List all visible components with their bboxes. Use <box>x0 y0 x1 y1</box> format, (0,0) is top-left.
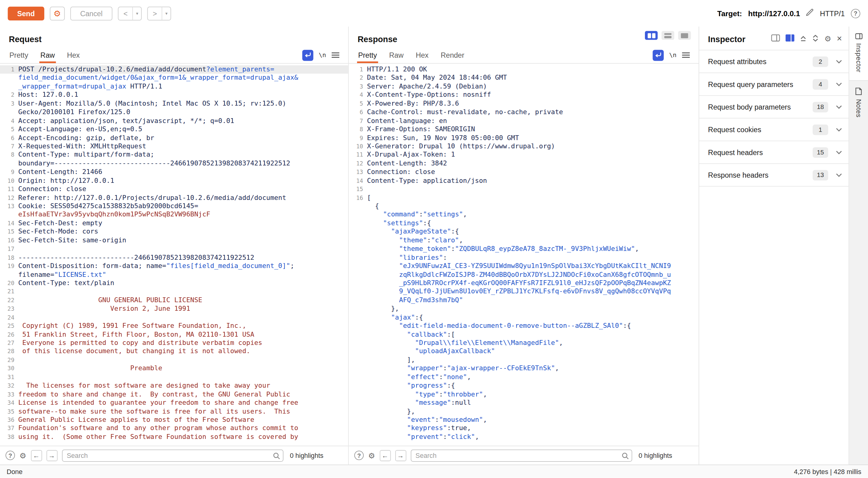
line-number <box>0 211 14 219</box>
line-number <box>349 305 363 313</box>
line-number: 29 <box>0 356 14 364</box>
editor-menu-button[interactable] <box>332 50 339 60</box>
code-line: { <box>349 202 699 211</box>
inspector-close-button[interactable]: × <box>837 34 842 43</box>
line-number: 22 <box>0 296 14 305</box>
inspector-section-request-attributes[interactable]: Request attributes2 <box>699 50 849 73</box>
wrap-icon <box>304 52 311 58</box>
tab-hex[interactable]: Hex <box>410 48 435 63</box>
code-line: 22 GNU GENERAL PUBLIC LICENSE <box>0 296 348 305</box>
search-help-icon[interactable]: ? <box>5 451 15 460</box>
line-number <box>349 228 363 236</box>
line-number <box>349 245 363 253</box>
section-label: Request query parameters <box>708 80 793 88</box>
layout-columns-button[interactable] <box>645 31 658 40</box>
history-forward-dropdown[interactable]: ▾ <box>162 7 170 20</box>
section-label: Request attributes <box>708 57 766 66</box>
response-search <box>410 449 632 461</box>
pencil-icon <box>806 8 814 16</box>
history-back-dropdown[interactable]: ▾ <box>132 7 141 20</box>
search-settings-icon[interactable]: ⚙ <box>368 451 375 459</box>
edit-target-button[interactable] <box>806 8 814 18</box>
word-wrap-toggle[interactable] <box>653 50 663 60</box>
next-match-button[interactable]: → <box>395 450 406 461</box>
send-button[interactable]: Send <box>8 6 44 20</box>
show-newlines-toggle[interactable]: \n <box>319 52 326 59</box>
code-line: 4Accept: application/json, text/javascri… <box>0 117 348 125</box>
history-forward-button[interactable]: > <box>148 7 162 20</box>
code-line: 6Accept-Encoding: gzip, deflate, br <box>0 134 348 142</box>
code-line: "ajax":{ <box>349 313 699 322</box>
inspector-section-request-body-parameters[interactable]: Request body parameters18 <box>699 96 849 118</box>
tab-pretty[interactable]: Pretty <box>3 48 34 63</box>
search-input[interactable] <box>62 449 283 461</box>
next-match-button[interactable]: → <box>46 450 57 461</box>
inspector-section-request-headers[interactable]: Request headers15 <box>699 141 849 164</box>
view-layout-toggles <box>645 31 691 40</box>
code-line: 9Content-Length: 21466 <box>0 168 348 176</box>
tab-hex[interactable]: Hex <box>61 48 86 63</box>
section-count-badge: 4 <box>813 79 828 89</box>
sidebar-tab-inspector[interactable]: Inspector <box>849 27 868 81</box>
section-count-badge: 1 <box>813 124 828 135</box>
http-version-selector[interactable]: HTTP/1 <box>820 9 845 18</box>
response-tab-strip: PrettyRawHexRender <box>352 48 471 63</box>
code-line: 16[ <box>349 193 699 202</box>
tab-pretty[interactable]: Pretty <box>352 48 383 63</box>
code-line: 33freedom to share and change it. By con… <box>0 390 348 399</box>
inspector-section-response-headers[interactable]: Response headers13 <box>699 164 849 186</box>
inspector-layout-right-button[interactable] <box>785 34 795 44</box>
chevron-down-icon <box>836 82 842 86</box>
line-number: 3 <box>349 82 363 91</box>
editor-menu-button[interactable] <box>682 50 690 60</box>
prev-match-button[interactable]: ← <box>379 450 390 461</box>
layout-single-button[interactable] <box>678 31 691 40</box>
request-editor[interactable]: 1POST /Projects/drupal-10.2.6/media/add/… <box>0 64 348 446</box>
inspector-layout-left-button[interactable] <box>771 34 780 44</box>
layout-rows-button[interactable] <box>661 31 674 40</box>
line-number: 9 <box>349 134 363 142</box>
code-line: 23 Version 2, June 1991 <box>0 305 348 313</box>
line-number: 14 <box>349 176 363 185</box>
show-newlines-toggle[interactable]: \n <box>669 52 676 59</box>
inspector-settings-button[interactable]: ⚙ <box>824 35 831 42</box>
line-number: 36 <box>0 416 14 424</box>
code-line: ], <box>349 356 699 364</box>
line-number <box>349 433 363 441</box>
search-input[interactable] <box>410 449 632 461</box>
code-line: "command":"settings", <box>349 211 699 219</box>
collapse-all-button[interactable] <box>800 34 807 44</box>
code-line: 12Referer: http://127.0.0.1/Projects/dru… <box>0 193 348 202</box>
response-search-bar: ? ⚙ ← → 0 highlights <box>349 446 699 465</box>
code-line: _pS9HLbR7ROcrPX4f-eqKGrOQ00FAFYFsR7IFZL9… <box>349 279 699 288</box>
inspector-section-request-query-parameters[interactable]: Request query parameters4 <box>699 73 849 95</box>
expand-all-button[interactable] <box>812 34 819 44</box>
history-back-button[interactable]: < <box>119 7 132 20</box>
word-wrap-toggle[interactable] <box>302 50 313 60</box>
sidebar-strip: Inspector Notes <box>849 27 868 465</box>
send-settings-button[interactable]: ⚙ <box>50 6 65 20</box>
cancel-button[interactable]: Cancel <box>70 6 113 20</box>
line-number: 6 <box>0 134 14 142</box>
code-line: "theme_token":"ZQDBULqR8_eypZ8eA78_8azcT… <box>349 245 699 253</box>
code-line: field_media_document/widget/0&ajax_form=… <box>0 74 348 82</box>
search-help-icon[interactable]: ? <box>354 451 364 460</box>
code-line: 20Content-Type: text/plain <box>0 279 348 288</box>
response-editor[interactable]: 1HTTP/1.1 200 OK2Date: Sat, 04 May 2024 … <box>349 64 699 446</box>
search-settings-icon[interactable]: ⚙ <box>19 451 26 459</box>
prev-match-button[interactable]: ← <box>31 450 42 461</box>
inspector-section-request-cookies[interactable]: Request cookies1 <box>699 118 849 141</box>
code-line: "settings":{ <box>349 219 699 228</box>
highlight-count: 0 highlights <box>639 451 672 459</box>
line-number <box>0 270 14 279</box>
code-line: "prevent":"click", <box>349 433 699 441</box>
line-number <box>349 416 363 424</box>
tab-render[interactable]: Render <box>435 48 470 63</box>
tab-raw[interactable]: Raw <box>34 48 61 63</box>
tab-raw[interactable]: Raw <box>383 48 410 63</box>
line-number: 34 <box>0 399 14 407</box>
line-number <box>349 322 363 330</box>
help-icon[interactable]: ? <box>851 8 860 18</box>
sidebar-tab-notes[interactable]: Notes <box>849 81 868 125</box>
inspector-icon <box>855 33 862 39</box>
